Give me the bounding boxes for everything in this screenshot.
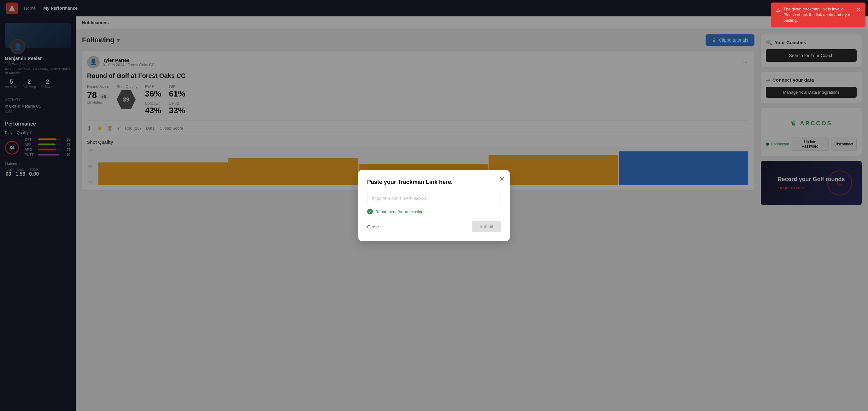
modal-success-message: ✓ Report sent for processing	[367, 209, 501, 215]
trackman-modal: Paste your Trackman Link here. ✕ ✓ Repor…	[358, 170, 510, 241]
modal-overlay[interactable]: Paste your Trackman Link here. ✕ ✓ Repor…	[0, 0, 868, 411]
success-check-icon: ✓	[367, 209, 373, 215]
modal-close-x-button[interactable]: ✕	[499, 175, 505, 183]
modal-title: Paste your Trackman Link here.	[367, 179, 501, 186]
error-toast: ⚠ The given trackman link is invalid. Pl…	[771, 2, 866, 27]
modal-footer: Close Submit	[367, 221, 501, 232]
trackman-link-input[interactable]	[367, 192, 501, 205]
modal-close-button[interactable]: Close	[367, 224, 379, 229]
toast-close-button[interactable]: ✕	[856, 6, 861, 13]
modal-submit-button[interactable]: Submit	[472, 221, 501, 232]
toast-message: The given trackman link is invalid. Plea…	[783, 6, 853, 24]
warning-icon: ⚠	[776, 7, 780, 13]
